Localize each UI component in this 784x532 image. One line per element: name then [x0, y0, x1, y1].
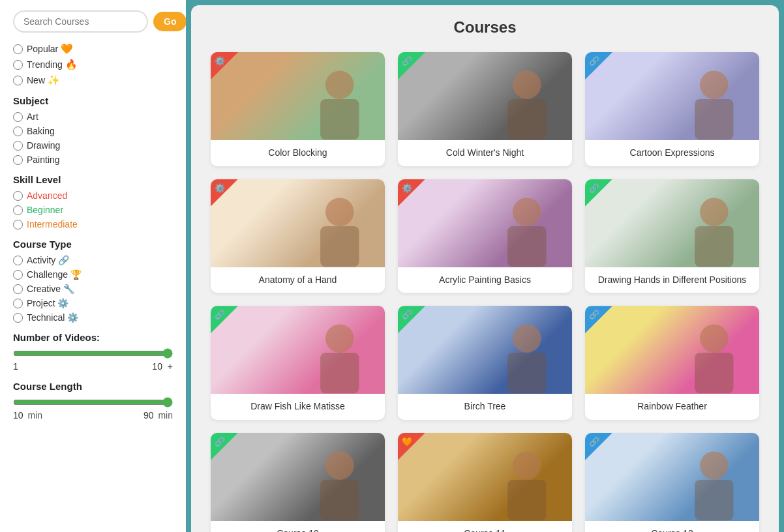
badge-icon-cold-winter: 🔗	[402, 56, 412, 66]
filter-new[interactable]: New ✨	[13, 74, 173, 86]
type-creative[interactable]: Creative 🔧	[13, 284, 173, 294]
skill-beginner-label: Beginner	[27, 205, 63, 215]
go-button[interactable]: Go	[153, 12, 186, 31]
num-videos-range-container: 1 10 +	[13, 348, 173, 372]
page-title: Courses	[211, 18, 759, 37]
skill-advanced[interactable]: Advanced	[13, 190, 173, 201]
type-challenge[interactable]: Challenge 🏆	[13, 269, 173, 280]
badge-icon-draw-fish: 🔗	[215, 310, 225, 319]
course-length-slider[interactable]	[13, 397, 173, 407]
badge-icon-anatomy-hand: ⚙️	[215, 183, 225, 193]
svg-point-10	[700, 198, 729, 226]
course-thumb-birch-tree: 🔗	[398, 306, 572, 394]
badge-icon-bottom1: 🔗	[215, 437, 225, 447]
svg-point-2	[513, 70, 541, 99]
course-card-cartoon-expressions[interactable]: 🔗 Cartoon Expressions	[585, 52, 759, 166]
thumb-svg-rainbow-feather	[585, 306, 759, 394]
badge-icon-birch-tree: 🔗	[402, 310, 412, 319]
course-card-anatomy-hand[interactable]: ⚙️ Anatomy of a Hand	[211, 179, 385, 293]
course-card-birch-tree[interactable]: 🔗 Birch Tree	[398, 306, 572, 420]
svg-point-16	[700, 325, 729, 353]
num-videos-max: 10 +	[152, 361, 173, 372]
course-card-draw-fish[interactable]: 🔗 Draw Fish Like Matisse	[211, 306, 385, 420]
course-thumb-acrylic-painting: ⚙️	[398, 179, 572, 267]
type-activity-label: Activity 🔗	[27, 255, 69, 265]
skill-beginner[interactable]: Beginner	[13, 205, 173, 215]
svg-rect-3	[507, 99, 546, 140]
svg-rect-19	[320, 480, 359, 520]
course-card-acrylic-painting[interactable]: ⚙️ Acrylic Painting Basics	[398, 179, 572, 293]
course-card-bottom1[interactable]: 🔗 Course 10	[211, 433, 385, 532]
svg-point-20	[513, 451, 541, 480]
course-length-range-container: 10 min 90 min	[13, 397, 173, 421]
svg-point-14	[513, 325, 541, 353]
course-name-bottom2: Course 11	[398, 521, 572, 532]
course-thumb-draw-fish: 🔗	[211, 306, 385, 394]
course-card-cold-winter[interactable]: 🔗 Cold Winter's Night	[398, 52, 572, 166]
course-card-drawing-hands[interactable]: 🔗 Drawing Hands in Different Positions	[585, 179, 759, 293]
course-length-labels: 10 min 90 min	[13, 410, 173, 421]
svg-point-6	[325, 198, 354, 226]
subject-art[interactable]: Art	[13, 111, 173, 122]
course-card-color-blocking[interactable]: ⚙️ Color Blocking	[211, 52, 385, 166]
thumb-svg-drawing-hands	[585, 179, 759, 267]
num-videos-slider[interactable]	[13, 348, 173, 359]
course-name-draw-fish: Draw Fish Like Matisse	[211, 394, 385, 420]
type-project[interactable]: Project ⚙️	[13, 298, 173, 308]
course-name-drawing-hands: Drawing Hands in Different Positions	[585, 267, 759, 293]
course-card-rainbow-feather[interactable]: 🔗 Rainbow Feather	[585, 306, 759, 420]
thumb-svg-anatomy-hand	[211, 179, 385, 267]
course-thumb-color-blocking: ⚙️	[211, 52, 385, 140]
course-length-min-group: 10 min	[13, 410, 42, 421]
filter-popular[interactable]: Popular 🧡	[13, 43, 173, 55]
course-name-rainbow-feather: Rainbow Feather	[585, 394, 759, 420]
badge-icon-acrylic-painting: ⚙️	[402, 183, 412, 193]
type-technical[interactable]: Technical ⚙️	[13, 312, 173, 323]
badge-icon-color-blocking: ⚙️	[215, 56, 225, 66]
search-input[interactable]	[13, 10, 148, 33]
thumb-svg-bottom3	[585, 433, 759, 521]
thumb-svg-draw-fish	[211, 306, 385, 394]
subject-art-label: Art	[27, 111, 38, 122]
course-length-max-group: 90 min	[143, 410, 173, 421]
subject-baking[interactable]: Baking	[13, 126, 173, 136]
thumb-svg-bottom1	[211, 433, 385, 521]
svg-rect-21	[507, 480, 546, 520]
svg-rect-5	[695, 99, 733, 140]
course-thumb-bottom1: 🔗	[211, 433, 385, 521]
svg-point-8	[513, 198, 541, 226]
course-thumb-rainbow-feather: 🔗	[585, 306, 759, 394]
search-row: Go	[13, 10, 173, 33]
course-name-bottom1: Course 10	[211, 521, 385, 532]
svg-point-0	[325, 70, 354, 99]
badge-icon-bottom2: 🧡	[402, 437, 412, 447]
svg-rect-11	[695, 226, 733, 267]
subject-painting[interactable]: Painting	[13, 155, 173, 165]
subject-baking-label: Baking	[27, 126, 55, 136]
svg-rect-1	[320, 99, 359, 140]
course-name-anatomy-hand: Anatomy of a Hand	[211, 267, 385, 293]
skill-intermediate[interactable]: Intermediate	[13, 219, 173, 229]
badge-icon-bottom3: 🔗	[589, 437, 599, 447]
thumb-svg-acrylic-painting	[398, 179, 572, 267]
svg-rect-7	[320, 226, 359, 267]
type-creative-label: Creative 🔧	[27, 284, 74, 294]
main-content: Courses ⚙️ Color Blocking 🔗 Cold Winter'…	[191, 5, 779, 532]
course-thumb-cold-winter: 🔗	[398, 52, 572, 140]
course-name-color-blocking: Color Blocking	[211, 140, 385, 166]
svg-rect-17	[695, 353, 733, 393]
course-card-bottom2[interactable]: 🧡 Course 11	[398, 433, 572, 532]
type-activity[interactable]: Activity 🔗	[13, 255, 173, 265]
filter-trending[interactable]: Trending 🔥	[13, 59, 173, 70]
subject-painting-label: Painting	[27, 155, 60, 165]
course-card-bottom3[interactable]: 🔗 Course 12	[585, 433, 759, 532]
type-technical-label: Technical ⚙️	[27, 312, 78, 323]
course-type-heading: Course Type	[13, 239, 173, 250]
subject-drawing-label: Drawing	[27, 140, 60, 151]
filter-new-label: New ✨	[27, 74, 60, 86]
course-thumb-bottom2: 🧡	[398, 433, 572, 521]
skill-level-heading: Skill Level	[13, 174, 173, 185]
subject-drawing[interactable]: Drawing	[13, 140, 173, 151]
svg-rect-13	[320, 353, 359, 393]
badge-icon-rainbow-feather: 🔗	[589, 310, 599, 319]
